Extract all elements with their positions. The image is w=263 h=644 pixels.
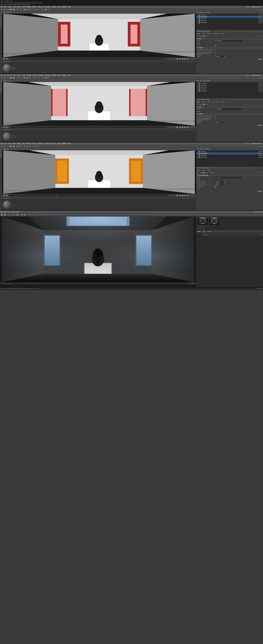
scene-item-portal-left[interactable]: ▶ Portal.Left: [197, 18, 262, 20]
menu3-plugins[interactable]: Plugins: [52, 143, 56, 144]
tab2-object[interactable]: Object: [206, 101, 212, 103]
rotate-tool-2[interactable]: ↻: [29, 77, 31, 79]
render-thumb-1[interactable]: [197, 218, 208, 225]
timeline-2[interactable]: [9, 127, 166, 128]
render-tab-layers[interactable]: Layers: [196, 230, 201, 232]
xyz-x-3[interactable]: X: [33, 145, 35, 147]
sidebar3-tool-2[interactable]: ⊙: [0, 150, 2, 152]
menu-mograph[interactable]: MoGraph: [38, 6, 44, 8]
menu2-mesh[interactable]: Mesh: [17, 74, 21, 76]
tab3-object[interactable]: Object: [206, 169, 212, 171]
menu3-mesh[interactable]: Mesh: [17, 143, 21, 144]
object-mode-2[interactable]: ○: [48, 77, 50, 79]
undo-btn-3[interactable]: ↩: [1, 145, 3, 147]
render-view-btn-3[interactable]: 🎬: [19, 145, 22, 147]
poly-btn[interactable]: ▦: [202, 35, 205, 37]
layout-dropdown-3[interactable]: Startup Layout ▼: [250, 142, 262, 144]
new-btn-2[interactable]: □: [7, 77, 9, 79]
zoom-btn[interactable]: 🔍: [5, 58, 8, 60]
open-btn[interactable]: 📁: [9, 8, 12, 11]
browser2-edit-lbl[interactable]: Edit: [200, 80, 202, 82]
menu-deform[interactable]: Deform: [32, 6, 37, 8]
play-btn-2[interactable]: ⏮: [176, 126, 178, 128]
browser2-objects-lbl[interactable]: Objects: [206, 80, 210, 82]
frame-all-btn[interactable]: ⊡: [3, 58, 5, 60]
layout-dropdown[interactable]: Startup Layout ▼: [250, 6, 262, 8]
move-tool-3[interactable]: ✛: [23, 145, 26, 147]
browser2-view-lbl[interactable]: View: [203, 80, 205, 82]
points-btn-3[interactable]: ·: [197, 172, 199, 174]
menu-snap[interactable]: Snap: [22, 6, 25, 8]
xyz-z-3[interactable]: Z: [37, 145, 40, 147]
poly-btn-3[interactable]: ▦: [202, 172, 205, 174]
scale-tool[interactable]: ⊞: [26, 8, 29, 11]
visible-render-select[interactable]: Default On Off: [215, 183, 226, 185]
browser3-edit-lbl[interactable]: Edit: [200, 148, 202, 150]
menu3-edit[interactable]: Edit: [4, 143, 6, 144]
edges-mode-2[interactable]: ⌇: [43, 77, 45, 79]
status-toggle[interactable]: [215, 44, 216, 46]
xyz-z-2[interactable]: Z: [37, 77, 40, 79]
visible-select-toggle[interactable]: [215, 52, 216, 53]
menu3-mograph[interactable]: MoGraph: [38, 143, 44, 144]
view-menu-2[interactable]: ▼: [11, 80, 12, 81]
menu3-select[interactable]: Select: [13, 143, 16, 144]
apply-btn[interactable]: Apply: [257, 58, 262, 60]
prev-frame-3[interactable]: ◀: [179, 194, 181, 197]
menu2-edit[interactable]: Edit: [4, 74, 6, 76]
prop-userdata-lbl[interactable]: User Data: [204, 30, 209, 32]
render-tab-lights[interactable]: Lights: [201, 230, 207, 232]
prop-name-input-3[interactable]: [215, 176, 242, 178]
points-mode-2[interactable]: ·: [41, 77, 43, 79]
play-btn-3[interactable]: ⏮: [176, 194, 178, 197]
pic-100-btn[interactable]: 100%: [15, 214, 20, 216]
hist-delete-btn[interactable]: ×: [260, 234, 262, 236]
menu2-deform[interactable]: Deform: [32, 74, 37, 76]
smooth-btn[interactable]: ≈: [205, 35, 208, 37]
frame-all-btn-2[interactable]: ⊡: [3, 126, 5, 128]
pic-menu-filter[interactable]: Filter: [11, 211, 14, 212]
prop2-edit-lbl[interactable]: Edit: [201, 99, 203, 100]
sidebar2-tool-5[interactable]: ▣: [0, 88, 2, 89]
viewport-scene-3[interactable]: FPS: N/A: [2, 150, 196, 194]
pic-save-btn[interactable]: 💾: [4, 214, 7, 216]
material-preview-2[interactable]: [3, 132, 11, 140]
pic-open-btn[interactable]: 📁: [1, 214, 4, 216]
undo-btn[interactable]: ↩: [1, 8, 3, 11]
menu-file[interactable]: File: [1, 6, 3, 8]
menu-window[interactable]: Window: [62, 6, 67, 8]
prev-frame-2[interactable]: ◀: [179, 126, 181, 128]
render-btn-2[interactable]: ▶: [17, 77, 19, 79]
menu3-animate[interactable]: Animate: [26, 143, 31, 144]
redo-btn-3[interactable]: ↪: [3, 145, 6, 147]
tab2-basic[interactable]: Basic: [196, 101, 201, 103]
sidebar2-tool-4[interactable]: ◈: [0, 86, 2, 87]
next-frame-2[interactable]: ⏭: [187, 126, 189, 128]
pressure-toggle-2[interactable]: [215, 115, 216, 117]
menu2-plugins[interactable]: Plugins: [52, 74, 56, 76]
menu2-help[interactable]: Help: [68, 74, 71, 76]
edge-select-toggle[interactable]: [215, 54, 216, 55]
prev-frame-1[interactable]: ◀: [179, 58, 181, 60]
render-tab-render[interactable]: Render: [207, 230, 212, 232]
sidebar2-tool-6[interactable]: ◎: [0, 89, 2, 91]
render-view-btn[interactable]: 🎬: [19, 8, 22, 11]
xyz-z[interactable]: Z: [37, 8, 40, 11]
visible-editor-select[interactable]: Default On Off: [215, 181, 226, 183]
menu3-create[interactable]: Create: [7, 143, 11, 144]
edge-select-toggle-2[interactable]: [215, 120, 216, 121]
play-btn-1[interactable]: ⏮: [176, 58, 178, 60]
save-btn-2[interactable]: 💾: [13, 77, 15, 79]
menu-mesh[interactable]: Mesh: [17, 6, 21, 8]
scene-item-portal-back[interactable]: ▶ Portal.Back: [197, 22, 262, 24]
zoom-btn-3[interactable]: 🔍: [6, 194, 8, 197]
prop2-userdata-lbl[interactable]: User Data: [204, 99, 209, 100]
scale-tool-2[interactable]: ⊞: [26, 77, 29, 79]
smooth-btn-3[interactable]: ≈: [205, 172, 208, 174]
poly-mode[interactable]: ▦: [45, 8, 48, 11]
tab-phys[interactable]: Phys.Camera: [212, 32, 221, 35]
layout-dropdown-2[interactable]: Startup Layout ▼: [250, 74, 262, 76]
pic-zoom-in[interactable]: +: [8, 214, 10, 216]
pic-menu-file[interactable]: File: [1, 211, 3, 212]
poly-btn-2[interactable]: ▦: [202, 104, 205, 105]
